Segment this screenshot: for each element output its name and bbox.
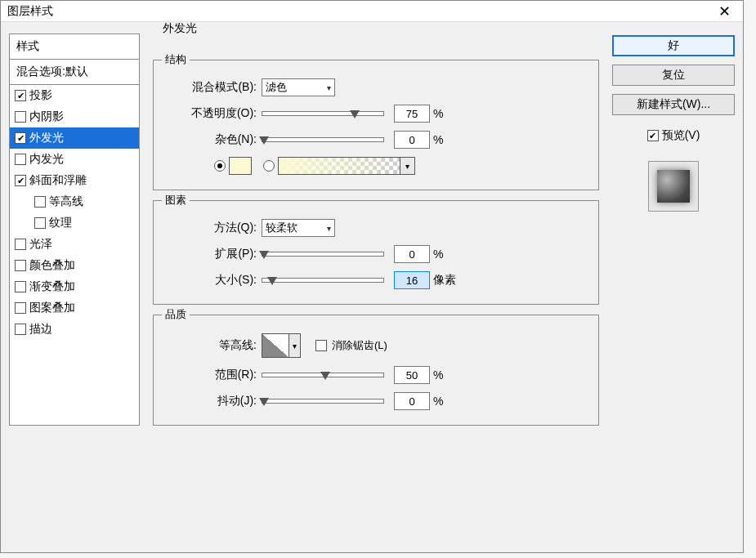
style-item-5[interactable]: 等高线 (10, 191, 139, 212)
noise-unit: % (433, 133, 443, 146)
chevron-down-icon: ▾ (327, 83, 331, 92)
style-item-label: 渐变叠加 (29, 279, 75, 294)
style-checkbox[interactable] (15, 111, 26, 123)
opacity-unit: % (433, 107, 443, 120)
style-item-7[interactable]: 光泽 (10, 234, 139, 255)
contour-dropdown-icon[interactable]: ▾ (289, 333, 301, 358)
style-item-label: 投影 (29, 88, 52, 103)
jitter-input[interactable] (394, 392, 430, 410)
quality-legend: 品质 (162, 307, 190, 322)
elements-group: 图素 方法(Q): 较柔软 ▾ 扩展(P): (153, 200, 599, 305)
window-title: 图层样式 (7, 4, 53, 19)
glow-color-swatch[interactable] (229, 157, 252, 175)
spread-unit: % (433, 248, 443, 261)
style-checkbox[interactable] (15, 281, 26, 292)
style-checkbox[interactable] (15, 324, 26, 335)
style-checkbox[interactable] (15, 302, 26, 314)
style-item-3[interactable]: 内发光 (10, 149, 139, 170)
style-checkbox[interactable]: ✔ (15, 132, 26, 144)
size-unit: 像素 (433, 273, 456, 288)
quality-group: 品质 等高线: ▾ 消除锯齿(L) 范围(R): (153, 315, 599, 426)
jitter-unit: % (433, 395, 443, 408)
style-item-label: 图案叠加 (29, 301, 75, 315)
style-item-label: 光泽 (29, 237, 52, 252)
style-checkbox[interactable] (34, 217, 46, 229)
style-item-label: 颜色叠加 (29, 258, 75, 273)
blend-options-default[interactable]: 混合选项:默认 (10, 60, 139, 85)
technique-value: 较柔软 (266, 221, 297, 235)
style-item-4[interactable]: ✔斜面和浮雕 (10, 170, 139, 191)
style-item-1[interactable]: 内阴影 (10, 106, 139, 127)
style-checkbox[interactable] (15, 260, 26, 271)
opacity-label: 不透明度(O): (163, 106, 262, 121)
jitter-label: 抖动(J): (163, 394, 262, 408)
style-item-0[interactable]: ✔投影 (10, 85, 139, 106)
opacity-input[interactable] (394, 105, 430, 123)
chevron-down-icon: ▾ (327, 224, 331, 233)
styles-list: 样式 混合选项:默认 ✔投影内阴影✔外发光内发光✔斜面和浮雕等高线纹理光泽颜色叠… (9, 33, 140, 426)
style-item-2[interactable]: ✔外发光 (10, 127, 139, 149)
spread-slider[interactable] (262, 252, 384, 257)
style-item-label: 纹理 (49, 216, 72, 230)
technique-label: 方法(Q): (163, 221, 262, 235)
style-checkbox[interactable] (34, 196, 46, 208)
style-item-6[interactable]: 纹理 (10, 212, 139, 234)
spread-input[interactable] (394, 245, 430, 263)
preview-checkbox[interactable]: ✔ (647, 130, 659, 141)
size-label: 大小(S): (163, 273, 262, 288)
range-input[interactable] (394, 366, 430, 384)
range-slider[interactable] (262, 373, 384, 377)
style-item-10[interactable]: 图案叠加 (10, 297, 139, 319)
size-input[interactable] (394, 271, 430, 289)
blend-mode-value: 滤色 (266, 80, 287, 95)
ok-button[interactable]: 好 (612, 35, 735, 56)
style-item-label: 内发光 (29, 152, 64, 167)
style-item-label: 外发光 (29, 131, 64, 145)
style-checkbox[interactable] (15, 154, 26, 165)
opacity-slider[interactable] (262, 111, 384, 116)
styles-header: 样式 (10, 34, 139, 60)
blend-mode-label: 混合模式(B): (163, 80, 262, 95)
structure-legend: 结构 (162, 52, 190, 67)
style-checkbox[interactable] (15, 239, 26, 250)
jitter-slider[interactable] (262, 399, 384, 404)
style-item-label: 斜面和浮雕 (29, 173, 87, 188)
style-item-11[interactable]: 描边 (10, 319, 139, 340)
style-checkbox[interactable]: ✔ (15, 175, 26, 186)
action-panel: 好 复位 新建样式(W)... ✔ 预览(V) (612, 33, 735, 426)
titlebar: 图层样式 ✕ (1, 1, 743, 22)
gradient-radio[interactable] (263, 160, 275, 172)
noise-input[interactable] (394, 131, 430, 149)
reset-button[interactable]: 复位 (612, 65, 735, 86)
layer-style-dialog: 图层样式 ✕ 样式 混合选项:默认 ✔投影内阴影✔外发光内发光✔斜面和浮雕等高线… (0, 0, 744, 553)
style-item-label: 内阴影 (29, 109, 64, 124)
close-icon[interactable]: ✕ (712, 2, 736, 20)
antialias-checkbox[interactable] (315, 340, 327, 351)
antialias-label: 消除锯齿(L) (332, 338, 387, 353)
size-slider[interactable] (262, 278, 384, 283)
style-item-label: 描边 (29, 322, 52, 337)
noise-slider[interactable] (262, 137, 384, 142)
settings-panel: 外发光 结构 混合模式(B): 滤色 ▾ 不透明度(O): (153, 33, 599, 426)
technique-select[interactable]: 较柔软 ▾ (262, 219, 335, 237)
style-item-9[interactable]: 渐变叠加 (10, 276, 139, 297)
glow-gradient-swatch[interactable] (278, 157, 400, 175)
elements-legend: 图素 (162, 193, 190, 208)
gradient-dropdown-icon[interactable]: ▾ (400, 157, 415, 175)
style-item-label: 等高线 (49, 194, 83, 209)
range-label: 范围(R): (163, 368, 262, 382)
style-item-8[interactable]: 颜色叠加 (10, 255, 139, 276)
preview-thumbnail (648, 161, 699, 212)
panel-title: 外发光 (163, 21, 197, 36)
contour-swatch[interactable] (262, 333, 289, 358)
preview-label: 预览(V) (662, 128, 700, 143)
color-radio[interactable] (214, 160, 226, 172)
blend-mode-select[interactable]: 滤色 ▾ (262, 78, 335, 96)
new-style-button[interactable]: 新建样式(W)... (612, 94, 735, 115)
spread-label: 扩展(P): (163, 247, 262, 261)
style-checkbox[interactable]: ✔ (15, 90, 26, 101)
contour-label: 等高线: (163, 338, 262, 353)
noise-label: 杂色(N): (163, 132, 262, 147)
range-unit: % (433, 368, 443, 382)
structure-group: 结构 混合模式(B): 滤色 ▾ 不透明度(O): (153, 60, 599, 190)
